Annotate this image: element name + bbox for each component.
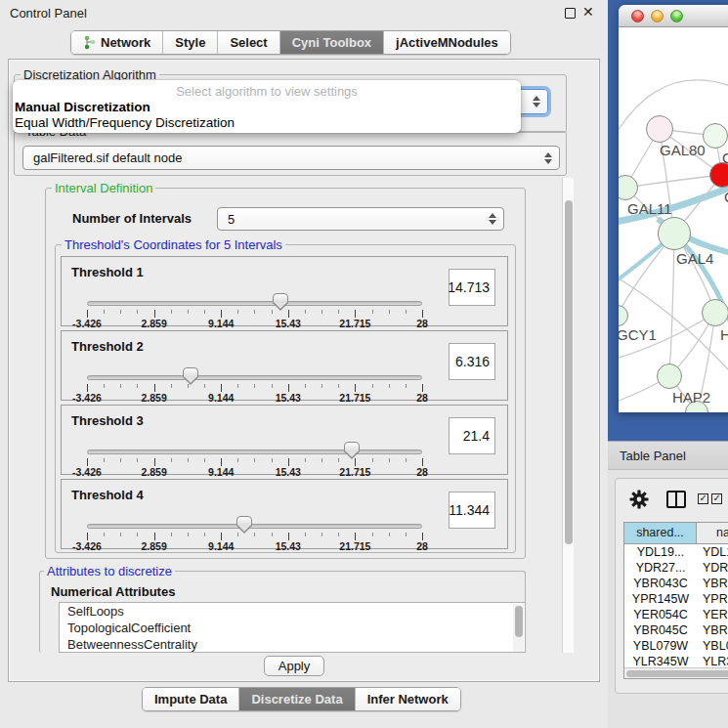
control-panel-titlebar: Control Panel ✕ <box>0 0 608 25</box>
column-header-name[interactable]: na <box>697 523 728 543</box>
group-table-data: Table Data galFiltered.sif default node <box>14 131 567 176</box>
slider-thumb[interactable] <box>273 293 288 304</box>
mac-close-icon[interactable] <box>631 10 644 22</box>
group-label-thresholds: Threshold's Coordinates for 5 Intervals <box>62 237 285 252</box>
group-label-attributes: Attributes to discretize <box>44 564 175 578</box>
node-label: C <box>724 189 728 205</box>
select-checkboxes[interactable] <box>698 493 722 504</box>
network-canvas[interactable]: GAL80 G C GAL11 GAL4 GCY1 H HAP2 <box>619 28 728 412</box>
numerical-attributes-list[interactable]: SelfLoops TopologicalCoefficient Between… <box>59 602 526 653</box>
tab-network[interactable]: Network <box>71 31 163 54</box>
node-label: H <box>720 326 728 343</box>
tab-style[interactable]: Style <box>163 31 218 54</box>
tab-jactivemnodules[interactable]: jActiveMNodules <box>384 31 510 54</box>
control-panel: Control Panel ✕ Network Style Select Cyn… <box>0 0 608 728</box>
table-data-combo[interactable]: galFiltered.sif default node <box>22 146 560 170</box>
node-label: GAL4 <box>676 250 713 267</box>
mac-zoom-icon[interactable] <box>670 10 683 22</box>
threshold-2-slider[interactable]: -3.426 2.859 9.144 15.43 21.715 28 <box>87 370 422 402</box>
intervals-combo[interactable]: 5 <box>217 207 504 231</box>
slider-thumb[interactable] <box>236 516 252 527</box>
checkbox-icon[interactable] <box>711 493 722 504</box>
numerical-attributes-heading: Numerical Attributes <box>51 584 175 599</box>
tab-cyni-toolbox[interactable]: Cyni Toolbox <box>280 31 384 54</box>
table-row[interactable]: YDR27...YDR2 <box>624 560 728 576</box>
checkbox-icon[interactable] <box>698 493 708 504</box>
network-icon <box>83 35 96 50</box>
threshold-2-box: Threshold 2 -3.426 2.859 9.144 15.43 21.… <box>61 330 508 401</box>
table-panel-area: shared... na YDL19...YDL1 YDR27...YDR2 Y… <box>608 470 728 728</box>
slider-thumb[interactable] <box>344 442 360 452</box>
tab-discretize-data[interactable]: Discretize Data <box>239 688 355 710</box>
node-label: HAP2 <box>672 389 710 406</box>
slider-thumb[interactable] <box>183 367 198 378</box>
network-window-titlebar[interactable] <box>619 5 728 27</box>
float-window-icon[interactable] <box>565 8 576 19</box>
attributes-scrollbar[interactable] <box>513 604 524 653</box>
combo-spinner-icon <box>543 151 552 165</box>
threshold-1-value[interactable]: 14.713 <box>449 269 495 306</box>
algorithm-dropdown-popup: Select algorithm to view settings Manual… <box>13 80 521 133</box>
node-label: GCY1 <box>619 326 657 343</box>
threshold-4-label: Threshold 4 <box>71 488 144 502</box>
node-attribute-table[interactable]: shared... na YDL19...YDL1 YDR27...YDR2 Y… <box>623 522 728 679</box>
popup-hint: Select algorithm to view settings <box>13 84 521 99</box>
table-row[interactable]: YBR043CYBR0 <box>624 576 728 591</box>
node-hap2[interactable] <box>657 364 682 389</box>
bottom-tab-bar: Impute Data Discretize Data Infer Networ… <box>142 687 461 711</box>
tab-impute-data[interactable]: Impute Data <box>143 688 239 710</box>
threshold-1-slider[interactable]: -3.426 2.859 9.144 15.43 21.715 28 <box>87 296 422 327</box>
list-item[interactable]: TopologicalCoefficient <box>60 620 525 636</box>
threshold-4-slider[interactable]: -3.426 2.859 9.144 15.43 21.715 28 <box>87 519 422 550</box>
mac-minimize-icon[interactable] <box>651 10 664 22</box>
table-panel-title: Table Panel <box>620 449 686 463</box>
node-gal4[interactable] <box>658 217 691 250</box>
close-icon[interactable]: ✕ <box>582 4 594 20</box>
threshold-3-label: Threshold 3 <box>71 413 144 428</box>
table-row[interactable]: YBR045CYBR0 <box>624 622 728 638</box>
table-panel-titlebar: Table Panel <box>608 441 728 470</box>
panel-scrollbar[interactable] <box>562 178 574 653</box>
table-toolbar <box>616 479 728 520</box>
node-label: GAL80 <box>660 142 706 158</box>
apply-button[interactable]: Apply <box>264 656 324 676</box>
node-gal80[interactable] <box>646 115 673 143</box>
list-item[interactable]: SelfLoops <box>60 603 525 620</box>
threshold-4-value[interactable]: 11.344 <box>449 492 495 529</box>
group-label-interval: Interval Definition <box>52 181 155 195</box>
table-row[interactable]: YDL19...YDL1 <box>624 544 728 560</box>
node-label: G <box>722 150 728 166</box>
tab-select[interactable]: Select <box>218 31 279 54</box>
top-tab-bar: Network Style Select Cyni Toolbox jActiv… <box>70 30 511 55</box>
gear-icon[interactable] <box>629 490 649 509</box>
table-row[interactable]: YER054CYER0 <box>624 607 728 622</box>
panel-title: Control Panel <box>10 6 87 21</box>
list-item[interactable]: BetweennessCentrality <box>60 636 525 653</box>
threshold-3-box: Threshold 3 -3.426 2.859 9.144 15.43 21.… <box>61 405 508 475</box>
combo-spinner-icon <box>488 212 496 226</box>
node-partial-g[interactable] <box>703 123 728 149</box>
table-row[interactable]: YPR145WYPR1 <box>624 591 728 607</box>
table-panel: shared... na YDL19...YDL1 YDR27...YDR2 Y… <box>615 478 728 694</box>
popup-option-manual[interactable]: Manual Discretization <box>15 100 150 114</box>
threshold-1-box: Threshold 1 -3.426 2.859 9.144 15.43 21.… <box>61 256 508 326</box>
threshold-1-label: Threshold 1 <box>71 265 144 279</box>
table-header: shared... na <box>624 523 728 544</box>
table-rows: YDL19...YDL1 YDR27...YDR2 YBR043CYBR0 YP… <box>624 544 728 669</box>
intervals-label: Number of Intervals <box>72 211 192 226</box>
columns-icon[interactable] <box>666 491 686 508</box>
threshold-2-value[interactable]: 6.316 <box>449 343 495 380</box>
threshold-4-box: Threshold 4 -3.426 2.859 9.144 15.43 21.… <box>61 479 508 549</box>
threshold-2-label: Threshold 2 <box>71 339 144 354</box>
tab-infer-network[interactable]: Infer Network <box>356 688 460 710</box>
combo-spinner-icon <box>532 95 540 108</box>
column-header-shared-name[interactable]: shared... <box>624 523 697 543</box>
node-partial-h[interactable] <box>702 299 728 326</box>
table-horizontal-scrollbar[interactable] <box>624 667 728 678</box>
network-window: GAL80 G C GAL11 GAL4 GCY1 H HAP2 <box>619 5 728 412</box>
threshold-3-slider[interactable]: -3.426 2.859 9.144 15.43 21.715 28 <box>87 445 422 476</box>
table-row[interactable]: YBL079WYBL0 <box>624 638 728 654</box>
popup-option-equal-width[interactable]: Equal Width/Frequency Discretization <box>15 115 235 130</box>
node-label: GAL11 <box>627 200 672 217</box>
threshold-3-value[interactable]: 21.4 <box>449 417 495 454</box>
